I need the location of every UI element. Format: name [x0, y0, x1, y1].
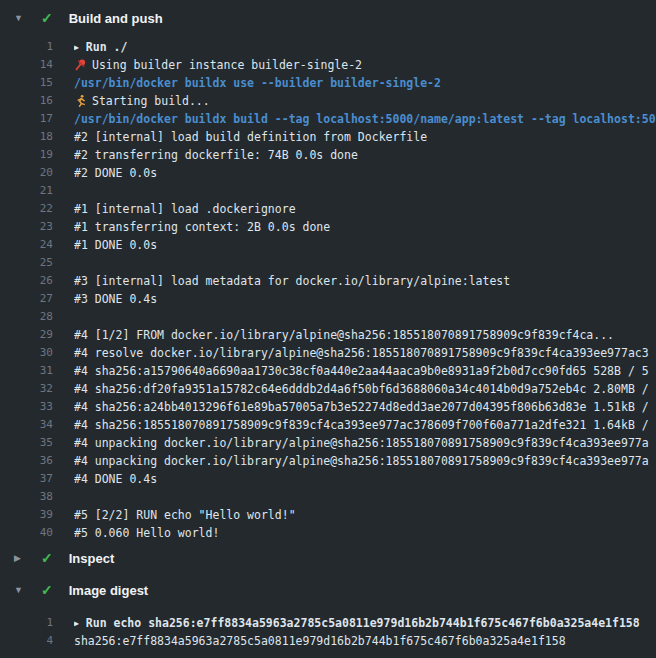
section-header-build-and-push[interactable]: ▼ ✓ Build and push: [0, 2, 656, 34]
section-title: Build and push: [69, 11, 163, 26]
log-line-number[interactable]: 26: [0, 272, 53, 290]
log-line-number[interactable]: 28: [0, 308, 53, 326]
log-line-number[interactable]: 21: [0, 182, 53, 200]
chevron-right-icon[interactable]: ▶: [14, 554, 26, 563]
log-line: 16 Starting build...: [0, 92, 656, 110]
log-line: 21: [0, 182, 656, 200]
log-line-text: #5 [2/2] RUN echo "Hello world!": [74, 506, 656, 524]
log-line-text: #3 [internal] load metadata for docker.i…: [74, 272, 656, 290]
log-line-text: #4 [1/2] FROM docker.io/library/alpine@s…: [74, 326, 656, 344]
expand-group-icon[interactable]: ▶: [74, 615, 79, 632]
log-line: 28: [0, 308, 656, 326]
log-line: 37 #4 DONE 0.4s: [0, 470, 656, 488]
log-line-number[interactable]: 18: [0, 128, 53, 146]
section-header-image-digest[interactable]: ▼ ✓ Image digest: [0, 574, 656, 606]
log-line-number[interactable]: 24: [0, 236, 53, 254]
section-title: Inspect: [69, 551, 115, 566]
chevron-down-icon[interactable]: ▼: [14, 14, 26, 23]
log-line-number[interactable]: 14: [0, 56, 53, 74]
chevron-down-icon[interactable]: ▼: [14, 586, 26, 595]
log-line-number[interactable]: 35: [0, 434, 53, 452]
log-line-text: ▶Run echo sha256:e7ff8834a5963a2785c5a08…: [74, 614, 656, 632]
log-line: 22 #1 [internal] load .dockerignore: [0, 200, 656, 218]
log-line-text: #4 DONE 0.4s: [74, 470, 656, 488]
check-icon: ✓: [41, 583, 53, 597]
log-line-number[interactable]: 17: [0, 110, 53, 128]
log-line: 24 #1 DONE 0.0s: [0, 236, 656, 254]
log-line-number[interactable]: 27: [0, 290, 53, 308]
section-header-inspect[interactable]: ▶ ✓ Inspect: [0, 542, 656, 574]
runner-icon: [74, 94, 87, 107]
check-icon: ✓: [41, 551, 53, 565]
log-line: 15 /usr/bin/docker buildx use --builder …: [0, 74, 656, 92]
log-line: 17 /usr/bin/docker buildx build --tag lo…: [0, 110, 656, 128]
log-line-text: #2 DONE 0.0s: [74, 164, 656, 182]
log-line-number[interactable]: 19: [0, 146, 53, 164]
log-line: 36 #4 unpacking docker.io/library/alpine…: [0, 452, 656, 470]
log-line-text: #4 unpacking docker.io/library/alpine@sh…: [74, 452, 656, 470]
log-line: 33 #4 sha256:a24bb4013296f61e89ba57005a7…: [0, 398, 656, 416]
log-line-number[interactable]: 1: [0, 614, 53, 632]
log-line-text: #4 unpacking docker.io/library/alpine@sh…: [74, 434, 656, 452]
log-line-text: Using builder instance builder-single-2: [74, 56, 656, 74]
log-line-number[interactable]: 37: [0, 470, 53, 488]
log-line-number[interactable]: 38: [0, 488, 53, 506]
log-line-number[interactable]: 22: [0, 200, 53, 218]
log-line: 30 #4 resolve docker.io/library/alpine@s…: [0, 344, 656, 362]
log-line-number[interactable]: 32: [0, 380, 53, 398]
log-line: 29 #4 [1/2] FROM docker.io/library/alpin…: [0, 326, 656, 344]
log-line-text: ▶Run ./: [74, 38, 656, 56]
log-line-number[interactable]: 31: [0, 362, 53, 380]
log-line: 26 #3 [internal] load metadata for docke…: [0, 272, 656, 290]
log-line-number[interactable]: 25: [0, 254, 53, 272]
log-line-text: #4 sha256:a15790640a6690aa1730c38cf0a440…: [74, 362, 656, 380]
log-line: 40 #5 0.060 Hello world!: [0, 524, 656, 542]
log-line-number[interactable]: 1: [0, 38, 53, 56]
log-line-text: #2 transferring dockerfile: 74B 0.0s don…: [74, 146, 656, 164]
log-line-number[interactable]: 33: [0, 398, 53, 416]
log-line: 19 #2 transferring dockerfile: 74B 0.0s …: [0, 146, 656, 164]
log-line: 38: [0, 488, 656, 506]
log-section-inspect: ▶ ✓ Inspect: [0, 542, 656, 574]
log-line-number[interactable]: 36: [0, 452, 53, 470]
log-line-number[interactable]: 23: [0, 218, 53, 236]
log-line-text: [74, 254, 656, 272]
log-line: 32 #4 sha256:df20fa9351a15782c64e6dddb2d…: [0, 380, 656, 398]
log-line: 1 ▶Run ./: [0, 38, 656, 56]
log-line: 14 Using builder instance builder-single…: [0, 56, 656, 74]
log-line-text: #4 sha256:df20fa9351a15782c64e6dddb2d4a6…: [74, 380, 656, 398]
log-line-number[interactable]: 4: [0, 632, 53, 650]
log-line-text: [74, 182, 656, 200]
log-line-text: [74, 488, 656, 506]
pushpin-icon: [74, 58, 87, 71]
log-line: 20 #2 DONE 0.0s: [0, 164, 656, 182]
log-line-number[interactable]: 15: [0, 74, 53, 92]
log-line: 34 #4 sha256:185518070891758909c9f839cf4…: [0, 416, 656, 434]
log-lines: 1 ▶Run echo sha256:e7ff8834a5963a2785c5a…: [0, 606, 656, 650]
log-section-build-and-push: ▼ ✓ Build and push 1 ▶Run ./ 14 Using bu…: [0, 2, 656, 542]
expand-group-icon[interactable]: ▶: [74, 39, 79, 56]
log-line-number[interactable]: 34: [0, 416, 53, 434]
log-line-text: #4 sha256:185518070891758909c9f839cf4ca3…: [74, 416, 656, 434]
log-line-text: #1 DONE 0.0s: [74, 236, 656, 254]
log-line-number[interactable]: 16: [0, 92, 53, 110]
log-line: 35 #4 unpacking docker.io/library/alpine…: [0, 434, 656, 452]
log-line-text: /usr/bin/docker buildx build --tag local…: [74, 110, 656, 128]
log-line-text: #4 resolve docker.io/library/alpine@sha2…: [74, 344, 656, 362]
log-line-number[interactable]: 40: [0, 524, 53, 542]
log-line-number[interactable]: 30: [0, 344, 53, 362]
log-line-number[interactable]: 20: [0, 164, 53, 182]
log-line: 1 ▶Run echo sha256:e7ff8834a5963a2785c5a…: [0, 614, 656, 632]
log-line-text: Starting build...: [74, 92, 656, 110]
log-line-number[interactable]: 29: [0, 326, 53, 344]
log-line-text: #4 sha256:a24bb4013296f61e89ba57005a7b3e…: [74, 398, 656, 416]
log-line-number[interactable]: 39: [0, 506, 53, 524]
log-line-text: #1 transferring context: 2B 0.0s done: [74, 218, 656, 236]
log-line-text: #2 [internal] load build definition from…: [74, 128, 656, 146]
log-line: 39 #5 [2/2] RUN echo "Hello world!": [0, 506, 656, 524]
actions-log-viewer: { "colors": { "background": "#24292e", "…: [0, 0, 656, 658]
log-line: 4 sha256:e7ff8834a5963a2785c5a0811e979d1…: [0, 632, 656, 650]
log-line-text: sha256:e7ff8834a5963a2785c5a0811e979d16b…: [74, 632, 656, 650]
log-line-text: [74, 308, 656, 326]
log-line: 25: [0, 254, 656, 272]
